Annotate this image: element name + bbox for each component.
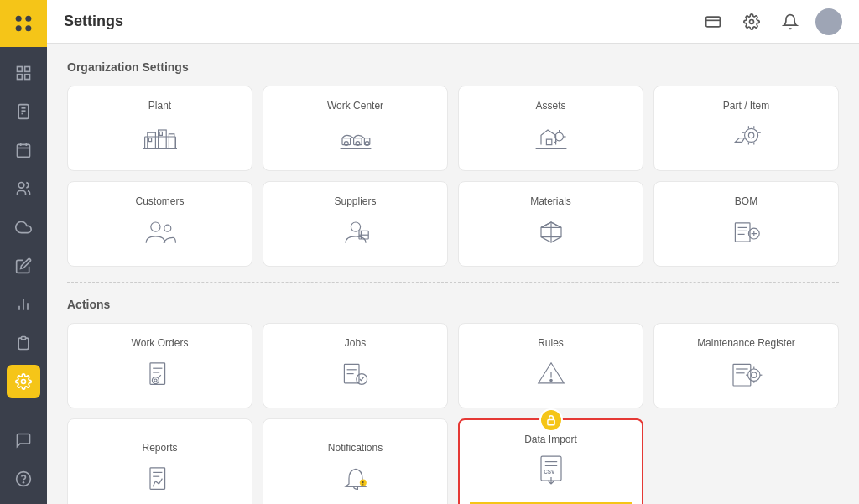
card-work-orders[interactable]: Work Orders <box>67 323 252 408</box>
work-orders-icon <box>143 357 177 394</box>
sidebar-item-users[interactable] <box>7 172 40 205</box>
card-customers[interactable]: Customers <box>67 181 252 267</box>
card-maintenance-register[interactable]: Maintenance Register <box>653 323 839 408</box>
data-import-content: Data Import CSV On Demand <box>470 434 632 504</box>
maintenance-register-icon <box>730 357 763 394</box>
svg-point-2 <box>16 25 22 31</box>
sidebar-item-cloud[interactable] <box>7 210 40 244</box>
sidebar <box>0 0 47 504</box>
svg-text:CSV: CSV <box>544 469 555 475</box>
card-bom[interactable]: BOM <box>653 181 839 267</box>
svg-rect-7 <box>25 75 30 80</box>
customers-icon <box>143 216 177 252</box>
svg-point-21 <box>22 380 26 384</box>
sidebar-item-chart[interactable] <box>7 288 40 321</box>
svg-point-75 <box>751 372 756 377</box>
bell-icon[interactable] <box>777 8 804 35</box>
svg-point-49 <box>164 225 170 231</box>
svg-point-62 <box>152 377 159 384</box>
materials-icon <box>534 216 568 252</box>
header: Settings <box>47 0 859 44</box>
svg-point-85 <box>362 484 363 485</box>
sidebar-item-clipboard[interactable] <box>7 326 40 360</box>
svg-point-3 <box>25 25 31 31</box>
svg-rect-52 <box>735 223 750 242</box>
sidebar-item-dashboard[interactable] <box>7 56 40 90</box>
sidebar-item-chat[interactable] <box>7 423 40 457</box>
card-part-item[interactable]: Part / Item <box>653 86 839 171</box>
data-import-icon: CSV <box>534 452 568 489</box>
card-bom-label: BOM <box>735 195 757 207</box>
card-reports[interactable]: Reports <box>67 418 252 504</box>
card-suppliers[interactable]: Suppliers <box>263 181 448 267</box>
settings-content: Organization Settings Plant <box>47 44 859 504</box>
svg-rect-5 <box>25 67 30 72</box>
svg-point-41 <box>554 132 563 141</box>
svg-rect-4 <box>18 67 23 72</box>
svg-point-0 <box>16 16 22 22</box>
card-maintenance-register-label: Maintenance Register <box>697 337 795 349</box>
actions-cards-grid: Work Orders Jobs <box>67 323 839 504</box>
card-rules-label: Rules <box>538 337 564 349</box>
svg-point-26 <box>750 19 754 23</box>
card-materials-label: Materials <box>530 195 571 207</box>
logo[interactable] <box>0 0 47 47</box>
svg-point-1 <box>25 16 31 22</box>
card-notifications-label: Notifications <box>328 442 383 454</box>
card-jobs[interactable]: Jobs <box>263 323 448 408</box>
sidebar-item-calendar[interactable] <box>7 133 40 167</box>
card-assets[interactable]: Assets <box>458 86 643 171</box>
card-work-center-label: Work Center <box>327 100 383 112</box>
reports-icon <box>143 462 177 499</box>
jobs-icon <box>339 357 372 394</box>
card-notifications[interactable]: Notifications <box>263 418 448 504</box>
svg-point-63 <box>154 379 156 382</box>
svg-point-50 <box>351 222 360 231</box>
bom-icon <box>730 216 763 252</box>
svg-point-46 <box>744 128 757 142</box>
svg-line-64 <box>159 375 160 377</box>
work-center-icon <box>339 120 372 157</box>
lock-circle <box>539 408 563 432</box>
svg-rect-86 <box>547 419 554 424</box>
header-actions <box>700 8 842 35</box>
svg-point-74 <box>747 369 759 381</box>
svg-rect-6 <box>18 75 23 80</box>
svg-rect-32 <box>159 132 162 135</box>
card-materials[interactable]: Materials <box>458 181 643 267</box>
card-assets-label: Assets <box>535 100 565 112</box>
rules-icon <box>534 357 568 394</box>
svg-rect-31 <box>148 138 151 142</box>
card-plant[interactable]: Plant <box>67 86 252 171</box>
settings-alt-icon[interactable] <box>738 8 765 35</box>
card-work-center[interactable]: Work Center <box>263 86 448 171</box>
card-customers-label: Customers <box>135 195 184 207</box>
credit-card-icon[interactable] <box>700 8 726 35</box>
user-avatar[interactable] <box>815 8 842 35</box>
card-rules[interactable]: Rules <box>458 323 643 408</box>
part-item-icon <box>730 120 763 157</box>
suppliers-icon <box>339 216 372 252</box>
card-work-orders-label: Work Orders <box>132 337 189 349</box>
assets-icon <box>534 120 568 157</box>
org-cards-grid: Plant Work Center <box>67 86 839 267</box>
svg-point-47 <box>748 132 753 138</box>
svg-rect-12 <box>18 144 30 157</box>
svg-rect-20 <box>22 337 26 340</box>
card-plant-label: Plant <box>148 100 171 112</box>
svg-rect-80 <box>150 468 165 490</box>
section-divider <box>67 282 839 283</box>
main-content: Settings Organization Settings Plant <box>47 0 859 504</box>
card-data-import-label: Data Import <box>524 434 577 445</box>
org-section-title: Organization Settings <box>67 60 839 74</box>
plant-icon <box>143 120 177 157</box>
svg-point-48 <box>150 222 159 231</box>
sidebar-item-help[interactable] <box>7 462 40 496</box>
card-jobs-label: Jobs <box>345 337 366 349</box>
sidebar-item-orders[interactable] <box>7 95 40 128</box>
sidebar-item-settings[interactable] <box>7 365 40 398</box>
sidebar-item-edit[interactable] <box>7 249 40 283</box>
card-suppliers-label: Suppliers <box>334 195 376 207</box>
actions-section-title: Actions <box>67 298 839 311</box>
card-data-import[interactable]: Data Import CSV On Demand <box>458 418 643 504</box>
